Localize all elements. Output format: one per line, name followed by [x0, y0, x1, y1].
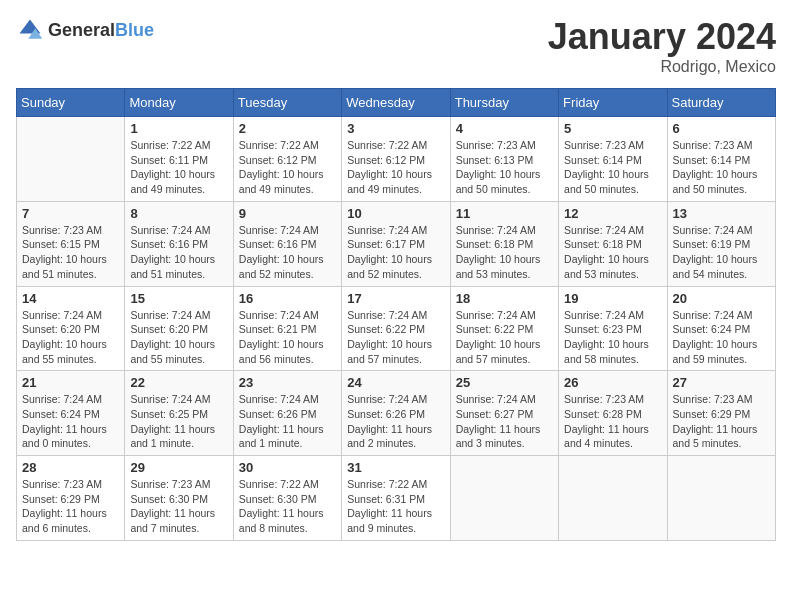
day-number: 26: [564, 375, 661, 390]
calendar-cell: 15Sunrise: 7:24 AM Sunset: 6:20 PM Dayli…: [125, 286, 233, 371]
day-info: Sunrise: 7:22 AM Sunset: 6:11 PM Dayligh…: [130, 138, 227, 197]
day-info: Sunrise: 7:24 AM Sunset: 6:18 PM Dayligh…: [564, 223, 661, 282]
day-info: Sunrise: 7:24 AM Sunset: 6:26 PM Dayligh…: [347, 392, 444, 451]
calendar-table: SundayMondayTuesdayWednesdayThursdayFrid…: [16, 88, 776, 541]
calendar-cell: 30Sunrise: 7:22 AM Sunset: 6:30 PM Dayli…: [233, 456, 341, 541]
calendar-cell: 13Sunrise: 7:24 AM Sunset: 6:19 PM Dayli…: [667, 201, 775, 286]
day-number: 28: [22, 460, 119, 475]
calendar-cell: 29Sunrise: 7:23 AM Sunset: 6:30 PM Dayli…: [125, 456, 233, 541]
day-number: 9: [239, 206, 336, 221]
day-info: Sunrise: 7:23 AM Sunset: 6:30 PM Dayligh…: [130, 477, 227, 536]
week-row-5: 28Sunrise: 7:23 AM Sunset: 6:29 PM Dayli…: [17, 456, 776, 541]
day-number: 10: [347, 206, 444, 221]
calendar-cell: 8Sunrise: 7:24 AM Sunset: 6:16 PM Daylig…: [125, 201, 233, 286]
day-number: 25: [456, 375, 553, 390]
day-number: 4: [456, 121, 553, 136]
calendar-cell: 24Sunrise: 7:24 AM Sunset: 6:26 PM Dayli…: [342, 371, 450, 456]
calendar-cell: 16Sunrise: 7:24 AM Sunset: 6:21 PM Dayli…: [233, 286, 341, 371]
location-subtitle: Rodrigo, Mexico: [548, 58, 776, 76]
calendar-cell: 18Sunrise: 7:24 AM Sunset: 6:22 PM Dayli…: [450, 286, 558, 371]
calendar-body: 1Sunrise: 7:22 AM Sunset: 6:11 PM Daylig…: [17, 117, 776, 541]
header-saturday: Saturday: [667, 89, 775, 117]
day-info: Sunrise: 7:24 AM Sunset: 6:24 PM Dayligh…: [22, 392, 119, 451]
day-info: Sunrise: 7:24 AM Sunset: 6:20 PM Dayligh…: [22, 308, 119, 367]
page-header: GeneralBlue January 2024 Rodrigo, Mexico: [16, 16, 776, 76]
week-row-3: 14Sunrise: 7:24 AM Sunset: 6:20 PM Dayli…: [17, 286, 776, 371]
day-number: 21: [22, 375, 119, 390]
day-number: 5: [564, 121, 661, 136]
calendar-cell: 3Sunrise: 7:22 AM Sunset: 6:12 PM Daylig…: [342, 117, 450, 202]
day-number: 7: [22, 206, 119, 221]
day-info: Sunrise: 7:23 AM Sunset: 6:13 PM Dayligh…: [456, 138, 553, 197]
day-number: 27: [673, 375, 770, 390]
calendar-cell: 27Sunrise: 7:23 AM Sunset: 6:29 PM Dayli…: [667, 371, 775, 456]
day-info: Sunrise: 7:24 AM Sunset: 6:20 PM Dayligh…: [130, 308, 227, 367]
day-info: Sunrise: 7:24 AM Sunset: 6:19 PM Dayligh…: [673, 223, 770, 282]
day-info: Sunrise: 7:23 AM Sunset: 6:29 PM Dayligh…: [22, 477, 119, 536]
day-info: Sunrise: 7:24 AM Sunset: 6:17 PM Dayligh…: [347, 223, 444, 282]
day-number: 13: [673, 206, 770, 221]
day-info: Sunrise: 7:24 AM Sunset: 6:16 PM Dayligh…: [239, 223, 336, 282]
day-info: Sunrise: 7:22 AM Sunset: 6:31 PM Dayligh…: [347, 477, 444, 536]
day-info: Sunrise: 7:24 AM Sunset: 6:26 PM Dayligh…: [239, 392, 336, 451]
day-number: 14: [22, 291, 119, 306]
calendar-cell: 28Sunrise: 7:23 AM Sunset: 6:29 PM Dayli…: [17, 456, 125, 541]
logo-text-general: General: [48, 20, 115, 40]
week-row-4: 21Sunrise: 7:24 AM Sunset: 6:24 PM Dayli…: [17, 371, 776, 456]
day-info: Sunrise: 7:22 AM Sunset: 6:30 PM Dayligh…: [239, 477, 336, 536]
day-number: 15: [130, 291, 227, 306]
day-number: 30: [239, 460, 336, 475]
week-row-2: 7Sunrise: 7:23 AM Sunset: 6:15 PM Daylig…: [17, 201, 776, 286]
calendar-cell: 2Sunrise: 7:22 AM Sunset: 6:12 PM Daylig…: [233, 117, 341, 202]
day-info: Sunrise: 7:24 AM Sunset: 6:24 PM Dayligh…: [673, 308, 770, 367]
header-tuesday: Tuesday: [233, 89, 341, 117]
calendar-cell: 9Sunrise: 7:24 AM Sunset: 6:16 PM Daylig…: [233, 201, 341, 286]
calendar-cell: [17, 117, 125, 202]
week-row-1: 1Sunrise: 7:22 AM Sunset: 6:11 PM Daylig…: [17, 117, 776, 202]
calendar-cell: 6Sunrise: 7:23 AM Sunset: 6:14 PM Daylig…: [667, 117, 775, 202]
day-number: 22: [130, 375, 227, 390]
calendar-cell: 31Sunrise: 7:22 AM Sunset: 6:31 PM Dayli…: [342, 456, 450, 541]
month-year-title: January 2024: [548, 16, 776, 58]
calendar-cell: [559, 456, 667, 541]
day-number: 6: [673, 121, 770, 136]
day-number: 8: [130, 206, 227, 221]
day-number: 12: [564, 206, 661, 221]
day-info: Sunrise: 7:23 AM Sunset: 6:15 PM Dayligh…: [22, 223, 119, 282]
day-info: Sunrise: 7:24 AM Sunset: 6:27 PM Dayligh…: [456, 392, 553, 451]
calendar-cell: 19Sunrise: 7:24 AM Sunset: 6:23 PM Dayli…: [559, 286, 667, 371]
day-number: 11: [456, 206, 553, 221]
day-number: 29: [130, 460, 227, 475]
day-number: 16: [239, 291, 336, 306]
calendar-cell: 5Sunrise: 7:23 AM Sunset: 6:14 PM Daylig…: [559, 117, 667, 202]
calendar-cell: 7Sunrise: 7:23 AM Sunset: 6:15 PM Daylig…: [17, 201, 125, 286]
day-info: Sunrise: 7:24 AM Sunset: 6:23 PM Dayligh…: [564, 308, 661, 367]
day-number: 24: [347, 375, 444, 390]
day-info: Sunrise: 7:24 AM Sunset: 6:21 PM Dayligh…: [239, 308, 336, 367]
day-number: 19: [564, 291, 661, 306]
calendar-cell: 22Sunrise: 7:24 AM Sunset: 6:25 PM Dayli…: [125, 371, 233, 456]
calendar-cell: 14Sunrise: 7:24 AM Sunset: 6:20 PM Dayli…: [17, 286, 125, 371]
day-info: Sunrise: 7:24 AM Sunset: 6:22 PM Dayligh…: [347, 308, 444, 367]
calendar-cell: 17Sunrise: 7:24 AM Sunset: 6:22 PM Dayli…: [342, 286, 450, 371]
day-number: 1: [130, 121, 227, 136]
day-info: Sunrise: 7:23 AM Sunset: 6:29 PM Dayligh…: [673, 392, 770, 451]
calendar-cell: 1Sunrise: 7:22 AM Sunset: 6:11 PM Daylig…: [125, 117, 233, 202]
calendar-cell: 21Sunrise: 7:24 AM Sunset: 6:24 PM Dayli…: [17, 371, 125, 456]
day-number: 18: [456, 291, 553, 306]
header-friday: Friday: [559, 89, 667, 117]
calendar-cell: 23Sunrise: 7:24 AM Sunset: 6:26 PM Dayli…: [233, 371, 341, 456]
day-info: Sunrise: 7:23 AM Sunset: 6:14 PM Dayligh…: [673, 138, 770, 197]
day-info: Sunrise: 7:22 AM Sunset: 6:12 PM Dayligh…: [347, 138, 444, 197]
day-number: 20: [673, 291, 770, 306]
day-info: Sunrise: 7:22 AM Sunset: 6:12 PM Dayligh…: [239, 138, 336, 197]
calendar-header-row: SundayMondayTuesdayWednesdayThursdayFrid…: [17, 89, 776, 117]
calendar-cell: 4Sunrise: 7:23 AM Sunset: 6:13 PM Daylig…: [450, 117, 558, 202]
day-info: Sunrise: 7:24 AM Sunset: 6:22 PM Dayligh…: [456, 308, 553, 367]
title-block: January 2024 Rodrigo, Mexico: [548, 16, 776, 76]
header-sunday: Sunday: [17, 89, 125, 117]
day-number: 17: [347, 291, 444, 306]
day-info: Sunrise: 7:24 AM Sunset: 6:18 PM Dayligh…: [456, 223, 553, 282]
calendar-cell: 10Sunrise: 7:24 AM Sunset: 6:17 PM Dayli…: [342, 201, 450, 286]
logo: GeneralBlue: [16, 16, 154, 44]
